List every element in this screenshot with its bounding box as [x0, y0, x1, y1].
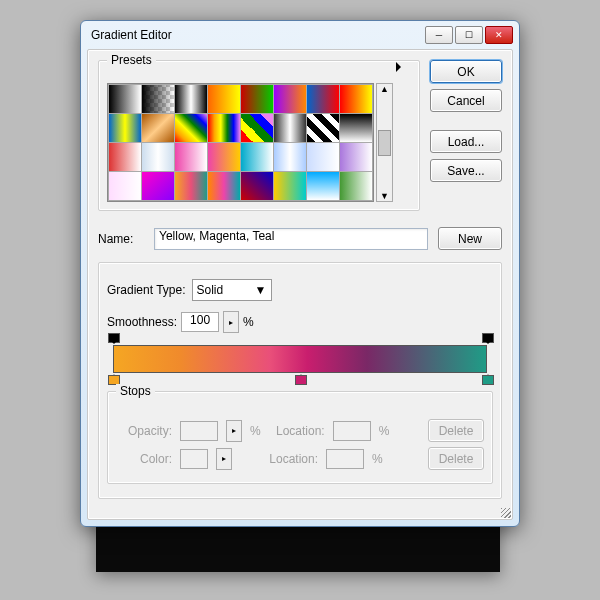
save-button[interactable]: Save...: [430, 159, 502, 182]
preset-swatches: [107, 83, 374, 202]
color-picker-icon: ▸: [216, 448, 232, 470]
name-label: Name:: [98, 232, 144, 246]
preset-swatch[interactable]: [307, 114, 339, 142]
preset-swatch[interactable]: [307, 85, 339, 113]
gradient-type-select[interactable]: Solid▼: [192, 279, 272, 301]
color-stop[interactable]: [482, 373, 492, 385]
opacity-stepper: ▸: [226, 420, 242, 442]
preset-swatch[interactable]: [109, 143, 141, 171]
preset-swatch[interactable]: [274, 85, 306, 113]
preset-swatch[interactable]: [340, 172, 372, 200]
color-label: Color:: [116, 452, 172, 466]
preset-swatch[interactable]: [307, 143, 339, 171]
opacity-label: Opacity:: [116, 424, 172, 438]
color-location-input: [326, 449, 364, 469]
chevron-down-icon: ▼: [255, 283, 267, 297]
presets-menu-icon[interactable]: [396, 62, 406, 72]
preset-swatch[interactable]: [109, 172, 141, 200]
preset-swatch[interactable]: [109, 85, 141, 113]
opacity-stop[interactable]: [108, 333, 118, 345]
cancel-button[interactable]: Cancel: [430, 89, 502, 112]
resize-grip-icon[interactable]: [501, 508, 511, 518]
presets-fieldset: Presets ▲▼: [98, 60, 420, 211]
preset-swatch[interactable]: [208, 114, 240, 142]
stops-fieldset: Stops Opacity: ▸ % Location: % Delete Co…: [107, 391, 493, 484]
preset-swatch[interactable]: [340, 85, 372, 113]
preset-swatch[interactable]: [241, 172, 273, 200]
gradient-editor-dialog: Gradient Editor ─ ☐ ✕ Presets ▲▼ OK C: [80, 20, 520, 527]
ok-button[interactable]: OK: [430, 60, 502, 83]
preset-swatch[interactable]: [208, 85, 240, 113]
preset-swatch[interactable]: [142, 114, 174, 142]
preset-swatch[interactable]: [142, 85, 174, 113]
preset-swatch[interactable]: [307, 172, 339, 200]
stops-label: Stops: [116, 384, 155, 398]
opacity-stop[interactable]: [482, 333, 492, 345]
preset-swatch[interactable]: [109, 114, 141, 142]
name-input[interactable]: Yellow, Magenta, Teal: [154, 228, 428, 250]
preset-swatch[interactable]: [241, 143, 273, 171]
delete-opacity-stop-button: Delete: [428, 419, 484, 442]
preset-swatch[interactable]: [142, 143, 174, 171]
color-swatch-input: [180, 449, 208, 469]
new-button[interactable]: New: [438, 227, 502, 250]
preset-swatch[interactable]: [208, 143, 240, 171]
close-button[interactable]: ✕: [485, 26, 513, 44]
preset-swatch[interactable]: [274, 143, 306, 171]
preset-swatch[interactable]: [208, 172, 240, 200]
load-button[interactable]: Load...: [430, 130, 502, 153]
preset-swatch[interactable]: [241, 114, 273, 142]
preset-swatch[interactable]: [274, 172, 306, 200]
preset-swatch[interactable]: [175, 85, 207, 113]
opacity-location-input: [333, 421, 371, 441]
minimize-button[interactable]: ─: [425, 26, 453, 44]
titlebar[interactable]: Gradient Editor ─ ☐ ✕: [81, 21, 519, 49]
color-location-label: Location:: [262, 452, 318, 466]
smoothness-label: Smoothness:: [107, 315, 177, 329]
gradient-fieldset: x Gradient Type: Solid▼ Smoothness: 100 …: [98, 262, 502, 499]
smoothness-input[interactable]: 100: [181, 312, 219, 332]
smoothness-stepper[interactable]: ▸: [223, 311, 239, 333]
gradient-type-label: Gradient Type:: [107, 283, 186, 297]
opacity-input: [180, 421, 218, 441]
preset-swatch[interactable]: [340, 143, 372, 171]
opacity-location-label: Location:: [269, 424, 325, 438]
preset-swatch[interactable]: [142, 172, 174, 200]
preset-swatch[interactable]: [274, 114, 306, 142]
preset-swatch[interactable]: [175, 143, 207, 171]
presets-label: Presets: [107, 53, 156, 67]
preset-swatch[interactable]: [175, 172, 207, 200]
delete-color-stop-button: Delete: [428, 447, 484, 470]
maximize-button[interactable]: ☐: [455, 26, 483, 44]
preset-scrollbar[interactable]: ▲▼: [376, 83, 393, 202]
window-title: Gradient Editor: [91, 28, 172, 42]
preset-swatch[interactable]: [340, 114, 372, 142]
preset-swatch[interactable]: [175, 114, 207, 142]
gradient-bar[interactable]: [113, 345, 487, 373]
color-stop[interactable]: [295, 373, 305, 385]
preset-swatch[interactable]: [241, 85, 273, 113]
